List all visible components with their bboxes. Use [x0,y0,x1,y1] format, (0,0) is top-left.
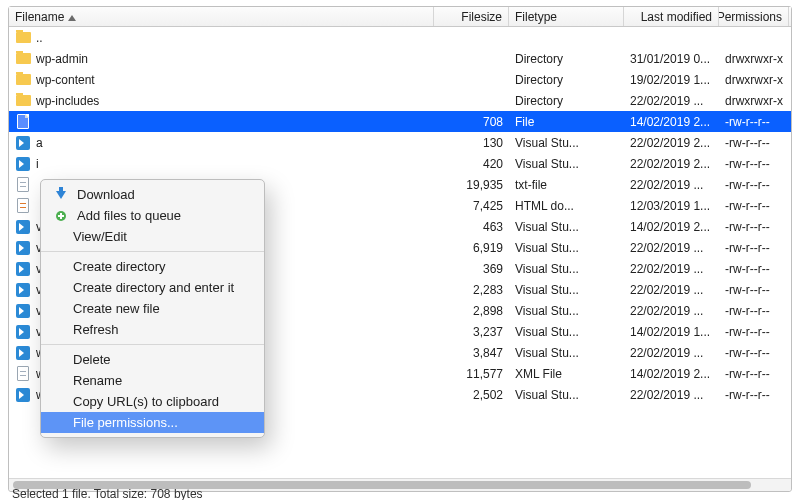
add-icon [53,208,69,224]
table-row[interactable]: 708File14/02/2019 2...-rw-r--r-- [9,111,791,132]
permissions-cell: drwxrwxr-x [719,73,789,87]
filename-text: i [36,157,39,171]
modified-cell: 14/02/2019 2... [624,115,719,129]
filename-cell[interactable]: wp-content [9,72,434,88]
file-icon [15,114,31,130]
filesize-cell: 2,898 [434,304,509,318]
filetype-cell: Visual Stu... [509,157,624,171]
filesize-cell: 7,425 [434,199,509,213]
permissions-cell: -rw-r--r-- [719,346,789,360]
filename-cell[interactable]: .. [9,30,434,46]
menu-item-create-directory[interactable]: Create directory [41,256,264,277]
modified-cell: 14/02/2019 2... [624,367,719,381]
menu-label: Add files to queue [77,208,181,223]
filename-cell[interactable]: wp-includes [9,93,434,109]
filetype-cell: txt-file [509,178,624,192]
filename-text: wp-includes [36,94,99,108]
vscode-icon [15,282,31,298]
menu-item-create-directory-enter[interactable]: Create directory and enter it [41,277,264,298]
filesize-cell: 19,935 [434,178,509,192]
permissions-cell: drwxrwxr-x [719,94,789,108]
menu-item-create-new-file[interactable]: Create new file [41,298,264,319]
menu-label: Create new file [73,301,160,316]
menu-item-rename[interactable]: Rename [41,370,264,391]
vscode-icon [15,345,31,361]
column-header-last-modified[interactable]: Last modified [624,7,719,26]
filename-text: a [36,136,43,150]
menu-label: Delete [73,352,111,367]
filesize-cell: 2,283 [434,283,509,297]
filetype-cell: File [509,115,624,129]
permissions-cell: -rw-r--r-- [719,157,789,171]
menu-item-file-permissions[interactable]: File permissions... [41,412,264,433]
modified-cell: 22/02/2019 ... [624,241,719,255]
menu-item-view-edit[interactable]: View/Edit [41,226,264,247]
modified-cell: 12/03/2019 1... [624,199,719,213]
menu-item-refresh[interactable]: Refresh [41,319,264,340]
filename-cell[interactable]: i [9,156,434,172]
menu-label: Copy URL(s) to clipboard [73,394,219,409]
folder-icon [15,72,31,88]
status-text: Selected 1 file. Total size: 708 bytes [12,487,203,500]
modified-cell: 19/02/2019 1... [624,73,719,87]
column-header-filesize[interactable]: Filesize [434,7,509,26]
folder-icon [15,30,31,46]
permissions-cell: -rw-r--r-- [719,115,789,129]
filetype-cell: Directory [509,52,624,66]
menu-label: Download [77,187,135,202]
filetype-cell: Visual Stu... [509,304,624,318]
filetype-cell: Visual Stu... [509,262,624,276]
modified-cell: 22/02/2019 ... [624,283,719,297]
vscode-icon [15,303,31,319]
filetype-cell: Visual Stu... [509,241,624,255]
menu-item-add-to-queue[interactable]: Add files to queue [41,205,264,226]
menu-item-download[interactable]: Download [41,184,264,205]
table-row[interactable]: wp-adminDirectory31/01/2019 0...drwxrwxr… [9,48,791,69]
filesize-cell: 708 [434,115,509,129]
permissions-cell: -rw-r--r-- [719,262,789,276]
filesize-cell: 11,577 [434,367,509,381]
sort-ascending-icon [68,13,76,21]
filename-cell[interactable]: a [9,135,434,151]
vscode-icon [15,261,31,277]
column-header-permissions[interactable]: Permissions [719,7,789,26]
filetype-cell: HTML do... [509,199,624,213]
table-row[interactable]: wp-contentDirectory19/02/2019 1...drwxrw… [9,69,791,90]
column-label: Filesize [461,10,502,24]
table-row[interactable]: wp-includesDirectory22/02/2019 ...drwxrw… [9,90,791,111]
column-label: Last modified [641,10,712,24]
permissions-cell: -rw-r--r-- [719,367,789,381]
menu-item-delete[interactable]: Delete [41,349,264,370]
filesize-cell: 369 [434,262,509,276]
vscode-icon [15,135,31,151]
modified-cell: 22/02/2019 2... [624,136,719,150]
filetype-cell: Visual Stu... [509,136,624,150]
permissions-cell: drwxrwxr-x [719,52,789,66]
column-header-filename[interactable]: Filename [9,7,434,26]
table-row[interactable]: i420Visual Stu...22/02/2019 2...-rw-r--r… [9,153,791,174]
permissions-cell: -rw-r--r-- [719,178,789,192]
modified-cell: 22/02/2019 ... [624,94,719,108]
menu-label: Create directory and enter it [73,280,234,295]
status-bar: Selected 1 file. Total size: 708 bytes [8,487,203,500]
filetype-cell: Visual Stu... [509,283,624,297]
filetype-cell: Visual Stu... [509,346,624,360]
modified-cell: 22/02/2019 2... [624,157,719,171]
menu-label: Create directory [73,259,165,274]
filename-cell[interactable] [9,114,434,130]
vscode-icon [15,156,31,172]
permissions-cell: -rw-r--r-- [719,241,789,255]
document-icon [15,366,31,382]
column-header-filetype[interactable]: Filetype [509,7,624,26]
modified-cell: 22/02/2019 ... [624,304,719,318]
filename-text: wp-admin [36,52,88,66]
table-row[interactable]: .. [9,27,791,48]
filetype-cell: XML File [509,367,624,381]
menu-item-copy-url[interactable]: Copy URL(s) to clipboard [41,391,264,412]
filename-cell[interactable]: wp-admin [9,51,434,67]
table-row[interactable]: a130Visual Stu...22/02/2019 2...-rw-r--r… [9,132,791,153]
vscode-icon [15,387,31,403]
filesize-cell: 130 [434,136,509,150]
filesize-cell: 420 [434,157,509,171]
permissions-cell: -rw-r--r-- [719,220,789,234]
